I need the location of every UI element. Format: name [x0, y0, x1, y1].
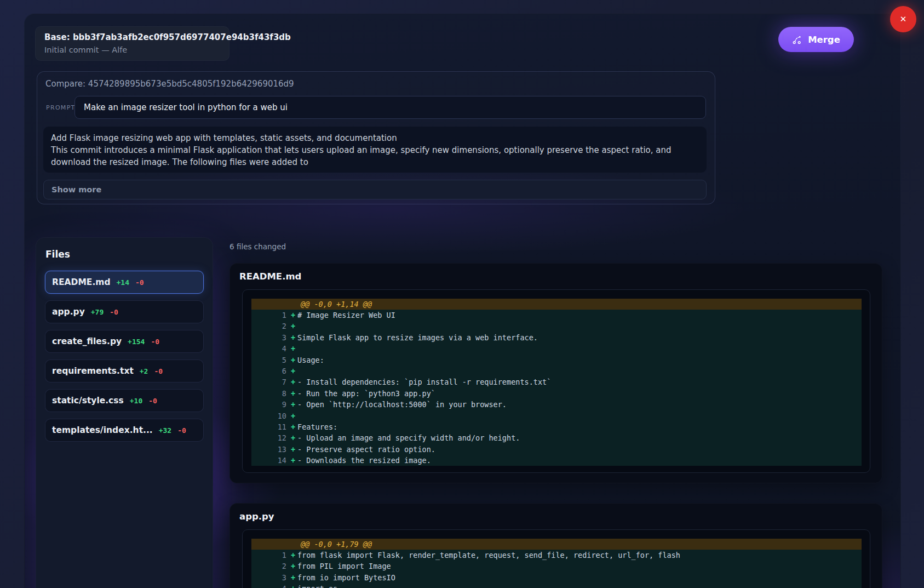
line-content: - Downloads the resized image. — [297, 455, 431, 466]
diff-line: 2+ — [251, 321, 862, 332]
plus-marker: + — [291, 321, 296, 332]
line-content: - Preserve aspect ratio option. — [297, 444, 435, 455]
plus-marker: + — [291, 583, 296, 588]
line-content: Usage: — [297, 355, 324, 366]
line-content: from io import BytesIO — [297, 572, 395, 583]
line-number: 13 — [251, 444, 286, 455]
diff-line: 14+- Downloads the resized image. — [251, 455, 862, 466]
line-number: 2 — [251, 561, 286, 572]
file-item[interactable]: static/style.css+10-0 — [45, 389, 204, 412]
plus-marker: + — [291, 444, 296, 455]
diff-code-panel: @@ -0,0 +1,14 @@1+# Image Resizer Web UI… — [242, 289, 870, 473]
deletions-count: -0 — [151, 338, 159, 346]
line-number: 3 — [251, 572, 286, 583]
deletions-count: -0 — [148, 397, 157, 405]
line-number: 6 — [251, 366, 286, 376]
diff-card: README.md@@ -0,0 +1,14 @@1+# Image Resiz… — [229, 263, 882, 483]
close-icon: ✕ — [900, 14, 907, 24]
diff-line: 11+Features: — [251, 421, 862, 432]
file-item[interactable]: README.md+14-0 — [45, 271, 204, 294]
plus-marker: + — [291, 572, 296, 583]
plus-marker: + — [291, 376, 296, 387]
file-name: static/style.css — [52, 396, 124, 406]
line-number: 4 — [251, 343, 286, 354]
prompt-row: PROMPT — [46, 96, 706, 119]
file-item[interactable]: app.py+79-0 — [45, 300, 204, 323]
compare-commit-hash: Compare: 4574289895b673e5bd5c4805f192b64… — [45, 79, 706, 89]
diff-line: 4+ — [251, 343, 862, 354]
files-sidebar: Files README.md+14-0app.py+79-0create_fi… — [36, 237, 213, 588]
plus-marker: + — [291, 366, 296, 376]
deletions-count: -0 — [110, 308, 118, 316]
line-content: - Upload an image and specify width and/… — [297, 432, 520, 443]
plus-marker: + — [291, 421, 296, 432]
line-number: 8 — [251, 388, 286, 399]
line-content: - Install dependencies: `pip install -r … — [297, 376, 551, 387]
line-content: # Image Resizer Web UI — [297, 310, 395, 321]
diff-body: @@ -0,0 +1,14 @@1+# Image Resizer Web UI… — [251, 299, 862, 466]
line-number: 11 — [251, 421, 286, 432]
line-number: 3 — [251, 332, 286, 343]
hunk-header: @@ -0,0 +1,14 @@ — [251, 299, 862, 310]
diff-line: 7+- Install dependencies: `pip install -… — [251, 376, 862, 387]
file-list: README.md+14-0app.py+79-0create_files.py… — [45, 271, 204, 442]
plus-marker: + — [291, 561, 296, 572]
diff-line: 8+- Run the app: `python3 app.py` — [251, 388, 862, 399]
diff-file-title: README.md — [239, 271, 882, 282]
line-number: 7 — [251, 376, 286, 387]
diff-line: 5+Usage: — [251, 355, 862, 366]
plus-marker: + — [291, 343, 296, 354]
line-number: 12 — [251, 432, 286, 443]
line-number: 10 — [251, 410, 286, 421]
file-name: requirements.txt — [52, 366, 134, 376]
commit-description: Add Flask image resizing web app with te… — [43, 127, 707, 173]
line-content: from flask import Flask, render_template… — [297, 550, 680, 561]
file-name: app.py — [52, 307, 85, 317]
plus-marker: + — [291, 388, 296, 399]
compare-card: Compare: 4574289895b673e5bd5c4805f192b64… — [37, 71, 715, 204]
base-commit-subtitle: Initial commit — Alfe — [44, 45, 220, 54]
diff-line: 9+- Open `http://localhost:5000` in your… — [251, 399, 862, 410]
plus-marker: + — [291, 310, 296, 321]
merge-icon — [792, 35, 802, 45]
commit-description-body: This commit introduces a minimal Flask a… — [51, 144, 699, 168]
file-item[interactable]: requirements.txt+2-0 — [45, 359, 204, 383]
diff-code-panel: @@ -0,0 +1,79 @@1+from flask import Flas… — [242, 529, 870, 588]
diff-line: 4+import os — [251, 583, 862, 588]
diff-line: 1+from flask import Flask, render_templa… — [251, 550, 862, 561]
additions-count: +2 — [140, 367, 148, 375]
diff-list: README.md@@ -0,0 +1,14 @@1+# Image Resiz… — [229, 263, 881, 588]
file-name: create_files.py — [52, 336, 122, 346]
hunk-header: @@ -0,0 +1,79 @@ — [251, 539, 862, 550]
line-number: 2 — [251, 321, 286, 332]
line-content: - Open `http://localhost:5000` in your b… — [297, 399, 507, 410]
diff-column: 6 files changed README.md@@ -0,0 +1,14 @… — [229, 242, 881, 588]
deletions-count: -0 — [177, 426, 186, 435]
additions-count: +79 — [91, 308, 104, 316]
additions-count: +32 — [159, 426, 171, 435]
file-name: README.md — [52, 277, 111, 287]
files-changed-summary: 6 files changed — [229, 242, 881, 251]
diff-line: 3+Simple Flask app to resize images via … — [251, 332, 862, 343]
main-panel: Base: bbb3f7ab3afb2ec0f957d6977407e94b3f… — [24, 14, 901, 588]
plus-marker: + — [291, 399, 296, 410]
merge-button[interactable]: Merge — [778, 27, 854, 52]
diff-line: 13+- Preserve aspect ratio option. — [251, 444, 862, 455]
line-number: 9 — [251, 399, 286, 410]
additions-count: +154 — [128, 338, 145, 346]
diff-file-title: app.py — [239, 511, 882, 522]
base-commit-hash: Base: bbb3f7ab3afb2ec0f957d6977407e94b3f… — [44, 32, 220, 42]
close-button[interactable]: ✕ — [890, 6, 916, 32]
line-content: import os — [297, 583, 337, 588]
file-name: templates/index.ht... — [52, 425, 153, 435]
line-number: 5 — [251, 355, 286, 366]
line-content: from PIL import Image — [297, 561, 391, 572]
plus-marker: + — [291, 550, 296, 561]
deletions-count: -0 — [154, 367, 163, 375]
deletions-count: -0 — [135, 278, 144, 287]
prompt-input[interactable] — [74, 96, 706, 119]
diff-line: 3+from io import BytesIO — [251, 572, 862, 583]
file-item[interactable]: templates/index.ht...+32-0 — [45, 419, 204, 442]
file-item[interactable]: create_files.py+154-0 — [45, 330, 204, 353]
show-more-button[interactable]: Show more — [43, 180, 707, 199]
